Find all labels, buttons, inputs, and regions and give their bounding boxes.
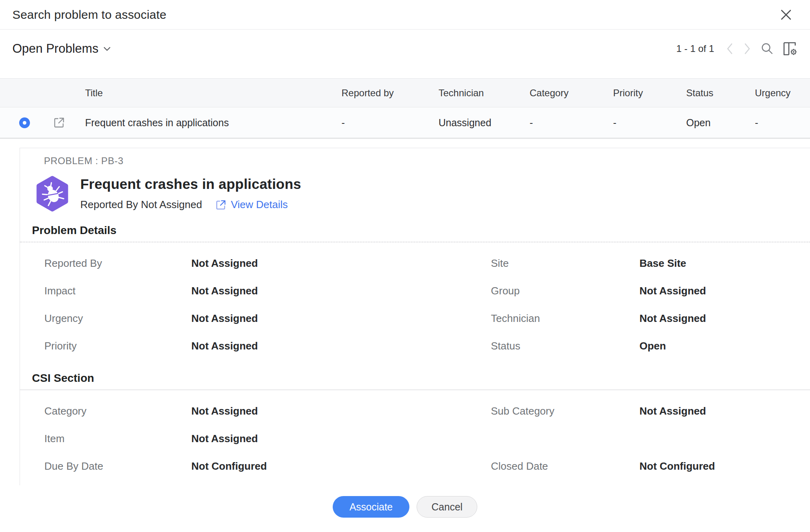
problems-table: Title Reported by Technician Category Pr… (0, 78, 810, 139)
column-settings-icon (783, 42, 798, 56)
table-header-row: Title Reported by Technician Category Pr… (0, 78, 810, 107)
modal-title: Search problem to associate (12, 8, 167, 22)
external-link-icon (53, 116, 66, 129)
section-divider (20, 389, 810, 390)
column-settings-button[interactable] (783, 42, 798, 56)
reported-by-line: Reported By Not Assigned (80, 199, 202, 211)
modal-footer: Associate Cancel (0, 496, 810, 518)
problem-title: Frequent crashes in applications (80, 176, 301, 192)
section-divider (20, 242, 810, 242)
field-label: Sub Category (491, 405, 639, 417)
field-row: Reported By Not Assigned Site Base Site (20, 250, 810, 277)
detail-header-text: Frequent crashes in applications Reporte… (80, 175, 301, 211)
field-value: Not Assigned (639, 312, 810, 325)
field-label: Item (44, 433, 191, 445)
column-header-priority[interactable]: Priority (613, 87, 686, 99)
view-details-label: View Details (231, 199, 288, 211)
row-status: Open (686, 117, 755, 129)
view-details-link[interactable]: View Details (215, 199, 288, 211)
filter-label: Open Problems (12, 42, 98, 56)
cancel-button[interactable]: Cancel (417, 496, 477, 518)
problem-detail-panel: PROBLEM : PB-3 (20, 148, 810, 485)
close-icon (779, 8, 793, 22)
row-category: - (530, 117, 613, 129)
column-header-title[interactable]: Title (85, 87, 341, 99)
problem-id-tag: PROBLEM : PB-3 (44, 155, 810, 167)
field-row: Urgency Not Assigned Technician Not Assi… (20, 305, 810, 332)
problem-details-fields: Reported By Not Assigned Site Base Site … (20, 250, 810, 360)
field-label: Priority (44, 340, 191, 352)
detail-subline: Reported By Not Assigned View Details (80, 199, 301, 211)
field-label: Closed Date (491, 460, 639, 472)
column-header-urgency[interactable]: Urgency (755, 87, 810, 99)
search-button[interactable] (760, 42, 774, 56)
prev-page-button[interactable] (725, 42, 734, 55)
row-controls (0, 116, 85, 129)
csi-fields: Category Not Assigned Sub Category Not A… (20, 397, 810, 480)
row-title: Frequent crashes in applications (85, 117, 341, 129)
row-technician: Unassigned (439, 117, 530, 129)
toolbar-right: 1 - 1 of 1 (676, 42, 798, 56)
row-radio-selected[interactable] (19, 117, 30, 128)
row-urgency: - (755, 117, 810, 129)
field-label: Technician (491, 312, 639, 325)
row-reported-by: - (341, 117, 439, 129)
external-link-icon (215, 199, 227, 211)
field-value: Not Assigned (639, 285, 810, 297)
field-row: Priority Not Assigned Status Open (20, 332, 810, 360)
field-row: Impact Not Assigned Group Not Assigned (20, 277, 810, 305)
toolbar: Open Problems 1 - 1 of 1 (0, 30, 810, 68)
field-label: Category (44, 405, 191, 417)
section-heading-problem-details: Problem Details (32, 224, 810, 237)
column-header-category[interactable]: Category (530, 87, 613, 99)
search-icon (760, 42, 774, 56)
associate-button[interactable]: Associate (333, 496, 409, 518)
pagination-count: 1 - 1 of 1 (676, 43, 714, 54)
close-button[interactable] (777, 6, 795, 24)
problem-type-badge (34, 175, 71, 212)
field-row: Due By Date Not Configured Closed Date N… (20, 453, 810, 480)
filter-dropdown[interactable]: Open Problems (12, 42, 112, 56)
open-in-new-button[interactable] (53, 116, 66, 129)
chevron-left-icon (725, 42, 734, 55)
field-label: Impact (44, 285, 191, 297)
field-value: Open (639, 340, 810, 352)
detail-header: Frequent crashes in applications Reporte… (34, 175, 810, 212)
field-label: Status (491, 340, 639, 352)
field-label: Due By Date (44, 460, 191, 472)
field-value: Not Assigned (639, 405, 810, 417)
field-label: Reported By (44, 257, 191, 270)
field-value: Not Assigned (191, 285, 491, 297)
field-value: Base Site (639, 257, 810, 270)
field-value: Not Assigned (191, 257, 491, 270)
bug-hexagon-icon (34, 175, 71, 212)
modal-header: Search problem to associate (0, 0, 810, 30)
field-value: Not Configured (639, 460, 810, 472)
field-label: Site (491, 257, 639, 270)
chevron-right-icon (743, 42, 752, 55)
chevron-down-icon (102, 44, 112, 54)
field-value: Not Configured (191, 460, 491, 472)
field-value: Not Assigned (191, 312, 491, 325)
field-label: Group (491, 285, 639, 297)
field-value: Not Assigned (191, 405, 491, 417)
field-row: Item Not Assigned (20, 425, 810, 453)
field-value: Not Assigned (191, 433, 491, 445)
row-priority: - (613, 117, 686, 129)
field-row: Category Not Assigned Sub Category Not A… (20, 397, 810, 425)
column-header-technician[interactable]: Technician (439, 87, 530, 99)
column-header-reported-by[interactable]: Reported by (341, 87, 439, 99)
field-label: Urgency (44, 312, 191, 325)
field-value: Not Assigned (191, 340, 491, 352)
column-header-status[interactable]: Status (686, 87, 755, 99)
next-page-button[interactable] (743, 42, 752, 55)
section-heading-csi: CSI Section (32, 372, 810, 385)
table-row[interactable]: Frequent crashes in applications - Unass… (0, 107, 810, 139)
